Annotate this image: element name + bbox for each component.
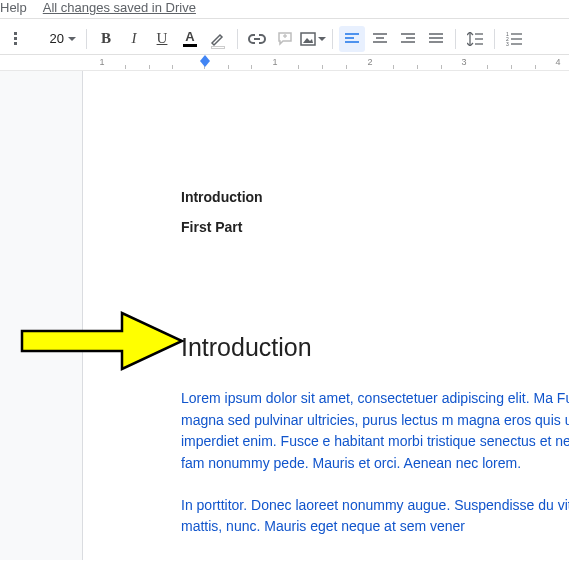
- document-paragraph[interactable]: In porttitor. Donec laoreet nonummy augu…: [181, 495, 569, 538]
- ruler-number: 3: [461, 57, 466, 67]
- svg-rect-0: [14, 32, 17, 35]
- document-paragraph[interactable]: Lorem ipsum dolor sit amet, consectetuer…: [181, 388, 569, 475]
- font-size-value[interactable]: [38, 31, 64, 46]
- ruler-number: 1: [272, 57, 277, 67]
- menu-help[interactable]: Help: [0, 0, 27, 15]
- workspace: 1 1 2 3 4 Introduction First: [0, 55, 569, 560]
- save-status[interactable]: All changes saved in Drive: [43, 0, 196, 15]
- highlight-color-swatch: [211, 46, 225, 49]
- toc-entry[interactable]: Introduction: [181, 189, 569, 205]
- align-justify-icon: [429, 33, 443, 45]
- svg-rect-1: [14, 37, 17, 40]
- highlight-color-button[interactable]: [205, 26, 231, 52]
- align-center-button[interactable]: [367, 26, 393, 52]
- align-justify-button[interactable]: [423, 26, 449, 52]
- font-size-input[interactable]: [34, 29, 80, 48]
- text-color-swatch: [183, 44, 197, 47]
- insert-image-button[interactable]: [300, 26, 326, 52]
- toolbar-divider: [86, 29, 87, 49]
- more-toolbar-icon[interactable]: [6, 26, 32, 52]
- document-page[interactable]: Introduction First Part Introduction Lor…: [82, 71, 569, 560]
- svg-marker-6: [303, 38, 313, 43]
- svg-text:3: 3: [506, 41, 509, 46]
- chevron-down-icon[interactable]: [318, 37, 326, 41]
- line-spacing-icon: [467, 32, 483, 46]
- image-icon: [300, 32, 316, 46]
- numbered-list-icon: 123: [506, 32, 522, 46]
- toolbar-divider: [494, 29, 495, 49]
- bold-button[interactable]: B: [93, 26, 119, 52]
- numbered-list-button[interactable]: 123: [501, 26, 527, 52]
- toolbar-divider: [455, 29, 456, 49]
- insert-link-button[interactable]: [244, 26, 270, 52]
- highlighter-icon: [210, 31, 226, 47]
- text-color-icon: A: [185, 31, 194, 43]
- ruler-number: 2: [367, 57, 372, 67]
- document-heading[interactable]: Introduction: [181, 333, 569, 362]
- toolbar-divider: [332, 29, 333, 49]
- align-right-button[interactable]: [395, 26, 421, 52]
- align-center-icon: [373, 33, 387, 45]
- ruler[interactable]: 1 1 2 3 4: [0, 55, 569, 71]
- svg-rect-2: [14, 42, 17, 45]
- line-spacing-button[interactable]: [462, 26, 488, 52]
- toolbar-divider: [237, 29, 238, 49]
- link-icon: [248, 33, 266, 45]
- align-left-icon: [345, 33, 359, 45]
- left-indent-marker[interactable]: [200, 61, 210, 67]
- align-right-icon: [401, 33, 415, 45]
- add-comment-button[interactable]: [272, 26, 298, 52]
- underline-button[interactable]: U: [149, 26, 175, 52]
- text-color-button[interactable]: A: [177, 26, 203, 52]
- chevron-down-icon[interactable]: [68, 37, 76, 41]
- toolbar: B I U A 123: [0, 19, 569, 55]
- ruler-number: 1: [99, 57, 104, 67]
- comment-icon: [277, 31, 293, 47]
- toc-entry[interactable]: First Part: [181, 219, 569, 235]
- italic-button[interactable]: I: [121, 26, 147, 52]
- ruler-number: 4: [555, 57, 560, 67]
- align-left-button[interactable]: [339, 26, 365, 52]
